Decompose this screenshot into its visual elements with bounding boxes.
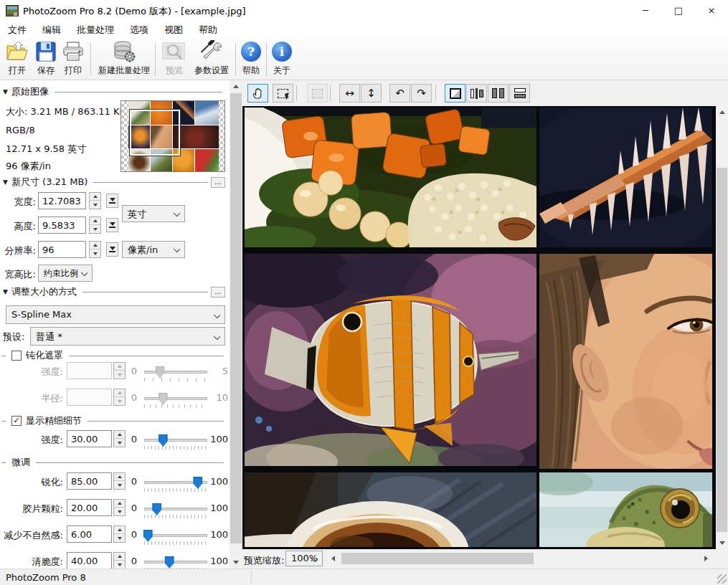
sharpness-spinner[interactable] xyxy=(113,472,126,490)
preview-image-icon xyxy=(162,40,186,63)
preview-canvas[interactable] xyxy=(242,106,728,549)
preset-select[interactable]: 普通 * xyxy=(30,327,225,346)
fine-detail-amount-slider[interactable] xyxy=(144,437,207,452)
resolution-spinner[interactable] xyxy=(89,241,101,258)
artifact-reduction-row: 减少不自然感: 0 100 xyxy=(0,525,228,546)
algorithm-select[interactable]: S-Spline Max xyxy=(6,305,225,324)
preview-label: 预览 xyxy=(166,65,183,77)
open-button[interactable]: 打开 xyxy=(4,40,30,77)
unsharp-mask-checkbox[interactable] xyxy=(11,351,22,361)
height-reset-button[interactable] xyxy=(106,218,118,232)
panel-scroll-down-button[interactable] xyxy=(230,556,242,569)
fine-detail-amount-input[interactable] xyxy=(67,430,112,447)
resolution-reset-button[interactable] xyxy=(106,242,118,257)
preview-zoom-select[interactable]: 100% xyxy=(285,551,323,566)
help-button[interactable]: ? 帮助 xyxy=(239,40,263,77)
view-side-by-side-button[interactable] xyxy=(488,84,509,103)
menu-batch[interactable]: 批量处理 xyxy=(69,22,122,37)
film-grain-input[interactable] xyxy=(67,499,112,516)
chevron-down-icon xyxy=(174,210,180,217)
menu-help[interactable]: 帮助 xyxy=(191,22,225,37)
cursor-icon xyxy=(285,92,290,100)
fine-detail-amount-row: 强度: 0 100 xyxy=(0,430,228,450)
chevron-down-icon xyxy=(174,246,180,252)
save-floppy-icon xyxy=(34,40,58,63)
amount-spinner xyxy=(113,362,126,379)
preview-vscrollbar[interactable] xyxy=(716,106,728,549)
menu-file[interactable]: 文件 xyxy=(0,22,34,37)
print-button[interactable]: 打印 xyxy=(60,40,86,77)
settings-button[interactable]: 参数设置 xyxy=(191,40,232,77)
width-input[interactable] xyxy=(38,192,86,209)
flip-vertical-icon: ↕ xyxy=(367,87,376,100)
rotate-right-button[interactable]: ↷ xyxy=(411,84,432,103)
preview-photo-fish xyxy=(245,254,536,466)
preview-scroll-right-button[interactable] xyxy=(700,551,712,566)
fine-tune-label: 微调 xyxy=(11,456,30,469)
height-input[interactable] xyxy=(38,217,86,234)
panel-scrollbar-thumb[interactable] xyxy=(230,93,242,543)
density-unit-select[interactable]: 像素/in xyxy=(122,241,185,258)
preview-hscrollbar-thumb[interactable] xyxy=(341,553,534,564)
width-spinner[interactable] xyxy=(89,192,101,209)
panel-scroll-up-button[interactable] xyxy=(230,80,242,92)
maximize-button[interactable]: □ xyxy=(662,0,695,22)
save-button[interactable]: 保存 xyxy=(33,40,59,77)
preview-scroll-up-button[interactable] xyxy=(716,106,728,118)
open-label: 打开 xyxy=(9,65,26,77)
view-stacked-button[interactable] xyxy=(509,84,530,103)
collapse-triangle-icon[interactable]: ▼ xyxy=(3,88,8,95)
fine-tune-group: 微调 xyxy=(1,457,227,468)
menu-view[interactable]: 视图 xyxy=(156,22,191,37)
rotate-left-button[interactable]: ↶ xyxy=(389,84,410,103)
height-spinner[interactable] xyxy=(89,217,101,234)
sharpness-input[interactable] xyxy=(67,472,112,490)
resize-grip[interactable] xyxy=(717,574,727,584)
sharpness-slider[interactable] xyxy=(144,480,207,494)
crispness-input[interactable] xyxy=(67,552,112,569)
aspect-ratio-select[interactable]: 约束比例 xyxy=(38,265,93,282)
sharpness-label: 锐化: xyxy=(0,476,63,489)
pan-tool-button[interactable] xyxy=(247,84,268,103)
film-grain-slider[interactable] xyxy=(144,506,207,520)
resolution-input[interactable] xyxy=(38,241,86,258)
film-grain-spinner[interactable] xyxy=(113,499,126,516)
thumbnail-view-rectangle[interactable] xyxy=(130,110,180,156)
close-button[interactable]: × xyxy=(695,0,728,22)
fine-detail-amount-spinner[interactable] xyxy=(113,430,126,447)
print-label: 打印 xyxy=(65,65,82,77)
collapse-triangle-icon[interactable]: ▼ xyxy=(3,179,8,186)
fine-detail-checkbox[interactable]: ✓ xyxy=(11,416,22,426)
menu-options[interactable]: 选项 xyxy=(122,22,156,37)
flip-vertical-button[interactable]: ↕ xyxy=(361,84,382,103)
collapse-triangle-icon[interactable]: ▼ xyxy=(3,288,8,295)
menu-edit[interactable]: 编辑 xyxy=(34,22,69,37)
width-reset-button[interactable] xyxy=(106,194,118,208)
preview-photo-food xyxy=(245,108,536,247)
preview-scroll-left-button[interactable] xyxy=(327,551,339,566)
select-tool-button[interactable] xyxy=(273,84,293,103)
size-unit-select[interactable]: 英寸 xyxy=(122,205,185,222)
about-button[interactable]: i 关于 xyxy=(269,40,295,77)
preview-vscrollbar-thumb[interactable] xyxy=(717,168,727,532)
view-split-button[interactable] xyxy=(466,84,487,103)
flip-horizontal-button[interactable]: ↔ xyxy=(339,84,360,103)
minimize-button[interactable]: ─ xyxy=(629,0,662,22)
navigator-thumbnail[interactable] xyxy=(120,100,225,172)
preview-scroll-down-button[interactable] xyxy=(716,537,728,549)
new-size-more-button[interactable]: ... xyxy=(211,177,225,188)
help-icon: ? xyxy=(241,42,261,62)
new-batch-button[interactable]: 新建批量处理 xyxy=(95,40,153,77)
panel-scrollbar[interactable] xyxy=(230,80,242,569)
artifact-reduction-spinner[interactable] xyxy=(113,525,126,543)
resize-method-more-button[interactable]: ... xyxy=(211,287,225,298)
view-single-button[interactable] xyxy=(445,84,465,103)
artifact-reduction-input[interactable] xyxy=(67,525,112,543)
crispness-slider[interactable] xyxy=(144,559,207,569)
preview-photo-coffee xyxy=(245,472,536,547)
thumb-tile xyxy=(195,149,219,171)
artifact-reduction-slider[interactable] xyxy=(144,533,207,547)
preview-hscrollbar[interactable] xyxy=(327,551,712,566)
thumb-tile xyxy=(195,101,219,125)
crispness-spinner[interactable] xyxy=(113,552,126,569)
